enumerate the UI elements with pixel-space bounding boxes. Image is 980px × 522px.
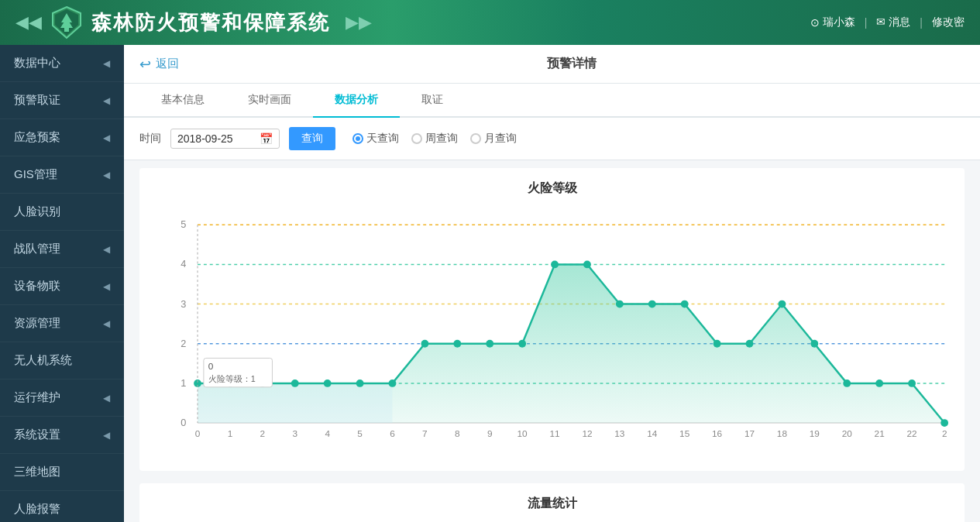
username: 瑞小森: [823, 15, 855, 29]
sidebar-item-maintenance[interactable]: 运行维护 ◀: [0, 379, 124, 417]
messages-label: 消息: [889, 15, 910, 28]
svg-point-26: [389, 379, 397, 387]
svg-text:6: 6: [390, 428, 395, 439]
svg-text:4: 4: [325, 428, 330, 439]
svg-text:0: 0: [195, 428, 201, 439]
sidebar-label: 人脸报警: [14, 502, 60, 517]
sidebar-arrow-icon: ◀: [103, 95, 110, 106]
flow-chart-section: 流量统计 200: [139, 483, 965, 522]
svg-rect-4: [64, 28, 69, 32]
tabs-bar: 基本信息 实时画面 数据分析 取证: [124, 84, 980, 118]
svg-point-23: [291, 379, 299, 387]
sidebar-item-settings[interactable]: 系统设置 ◀: [0, 417, 124, 454]
svg-text:2: 2: [260, 428, 266, 439]
sidebar-arrow-icon: ◀: [103, 58, 110, 69]
sidebar-item-emergency[interactable]: 应急预案 ◀: [0, 119, 124, 156]
svg-point-35: [681, 300, 689, 308]
content-area: ↩ 返回 预警详情 基本信息 实时画面 数据分析 取证 时间: [124, 45, 980, 522]
svg-text:20: 20: [842, 428, 853, 439]
sidebar-label: 人脸识别: [14, 204, 60, 219]
user-icon: ⊙: [810, 16, 820, 29]
settings-link[interactable]: 修改密: [932, 15, 965, 29]
sidebar-arrow-icon: ◀: [103, 430, 110, 441]
svg-point-31: [551, 261, 559, 269]
tab-realtime[interactable]: 实时画面: [226, 84, 313, 118]
svg-text:16: 16: [712, 428, 723, 439]
sidebar-item-face-alarm[interactable]: 人脸报警: [0, 491, 124, 522]
svg-text:3: 3: [292, 428, 297, 439]
date-input[interactable]: [177, 132, 255, 145]
top-bar: ↩ 返回 预警详情: [124, 45, 980, 84]
sidebar-item-team[interactable]: 战队管理 ◀: [0, 231, 124, 268]
app-header: ◀◀ 森林防火预警和保障系统 ▶▶ ⊙ 瑞小森 | ✉ 消息 | 修改密: [0, 0, 980, 45]
svg-text:0: 0: [208, 361, 214, 372]
radio-day-label: 天查询: [366, 132, 399, 146]
sidebar-label: 战队管理: [14, 242, 60, 256]
svg-point-36: [714, 340, 721, 348]
svg-text:火险等级：1: 火险等级：1: [208, 374, 256, 383]
svg-point-32: [583, 261, 591, 269]
sidebar-label: 应急预案: [14, 130, 60, 145]
svg-text:18: 18: [777, 428, 788, 439]
sidebar-item-3dmap[interactable]: 三维地图: [0, 454, 124, 491]
header-arrow-left-icon: ◀◀: [15, 12, 42, 33]
svg-point-37: [746, 340, 754, 348]
back-button[interactable]: ↩ 返回: [139, 56, 179, 73]
svg-point-29: [486, 340, 493, 348]
fire-chart-title: 火险等级: [152, 176, 952, 201]
tab-data-analysis[interactable]: 数据分析: [313, 84, 400, 118]
svg-text:14: 14: [647, 428, 658, 439]
radio-month[interactable]: 月查询: [470, 132, 517, 146]
sidebar-label: 预警取证: [14, 93, 60, 108]
sidebar-arrow-icon: ◀: [103, 170, 110, 180]
svg-point-24: [324, 379, 332, 387]
radio-week[interactable]: 周查询: [411, 132, 458, 146]
svg-text:9: 9: [487, 428, 493, 439]
svg-point-40: [843, 379, 851, 387]
svg-point-34: [648, 300, 656, 308]
sidebar-item-gis[interactable]: GIS管理 ◀: [0, 156, 124, 194]
radio-week-label: 周查询: [425, 132, 458, 146]
fire-chart-svg: 5 4 3 2 1 0: [152, 208, 952, 455]
messages-link[interactable]: ✉ 消息: [876, 15, 910, 29]
sidebar-arrow-icon: ◀: [103, 393, 110, 404]
svg-point-41: [875, 379, 883, 387]
sidebar-item-warning[interactable]: 预警取证 ◀: [0, 82, 124, 119]
sidebar-label: 数据中心: [14, 56, 60, 70]
svg-text:1: 1: [181, 377, 186, 389]
svg-point-39: [810, 340, 818, 348]
header-right: ⊙ 瑞小森 | ✉ 消息 | 修改密: [810, 15, 965, 29]
user-info[interactable]: ⊙ 瑞小森: [810, 15, 855, 29]
svg-text:0: 0: [181, 417, 186, 428]
svg-text:12: 12: [582, 428, 592, 439]
tab-evidence[interactable]: 取证: [400, 84, 465, 118]
sidebar-item-datacenter[interactable]: 数据中心 ◀: [0, 45, 124, 82]
sidebar-label: 无人机系统: [14, 353, 72, 368]
date-picker[interactable]: 📅: [170, 129, 280, 149]
sidebar-item-resources[interactable]: 资源管理 ◀: [0, 305, 124, 342]
header-left: ◀◀ 森林防火预警和保障系统 ▶▶: [15, 5, 372, 39]
svg-text:13: 13: [614, 428, 625, 439]
query-button[interactable]: 查询: [289, 127, 335, 150]
radio-month-circle: [470, 133, 481, 144]
sidebar-item-uav[interactable]: 无人机系统: [0, 342, 124, 379]
svg-text:3: 3: [181, 298, 186, 310]
svg-point-27: [421, 340, 428, 348]
sidebar-item-devices[interactable]: 设备物联 ◀: [0, 268, 124, 305]
divider2: |: [920, 16, 923, 29]
svg-text:8: 8: [455, 428, 460, 439]
svg-point-30: [518, 340, 526, 348]
flow-chart-title: 流量统计: [152, 491, 952, 517]
sidebar-arrow-icon: ◀: [103, 281, 110, 292]
mail-icon: ✉: [876, 15, 885, 28]
page-title: 预警详情: [547, 56, 597, 72]
radio-day[interactable]: 天查询: [352, 132, 399, 146]
radio-day-circle: [352, 133, 363, 144]
sidebar-arrow-icon: ◀: [103, 318, 110, 329]
sidebar-arrow-icon: ◀: [103, 244, 110, 255]
sidebar-item-face-id[interactable]: 人脸识别: [0, 194, 124, 231]
svg-text:5: 5: [181, 218, 186, 230]
tab-basic-info[interactable]: 基本信息: [139, 84, 226, 118]
svg-point-38: [778, 300, 786, 308]
sidebar-label: 资源管理: [14, 316, 60, 331]
